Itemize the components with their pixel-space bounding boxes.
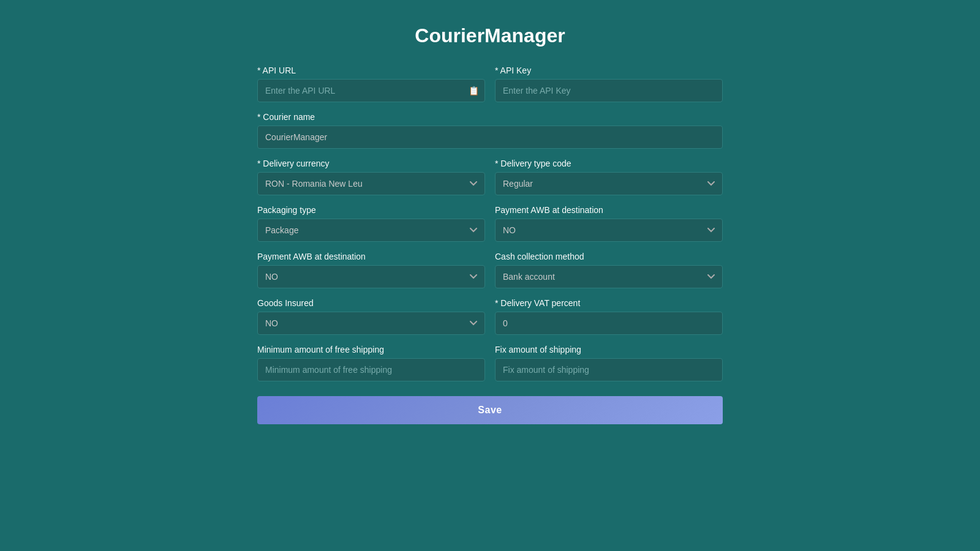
delivery-vat-group: * Delivery VAT percent 0 [495, 298, 723, 335]
packaging-type-label: Packaging type [257, 205, 485, 215]
api-url-group: * API URL 📋 [257, 66, 485, 102]
api-key-label: * API Key [495, 66, 723, 75]
courier-name-group: * Courier name CourierManager [257, 112, 723, 149]
packaging-type-select[interactable]: Package Envelope [257, 219, 485, 242]
main-form: * API URL 📋 * API Key * Courier name Cou… [257, 66, 723, 424]
save-button[interactable]: Save [257, 396, 723, 424]
api-key-input[interactable] [495, 79, 723, 102]
courier-name-label: * Courier name [257, 112, 723, 122]
cash-collection-label: Cash collection method [495, 252, 723, 261]
delivery-type-code-label: * Delivery type code [495, 159, 723, 168]
delivery-currency-group: * Delivery currency RON - Romania New Le… [257, 159, 485, 195]
min-free-shipping-group: Minimum amount of free shipping [257, 345, 485, 381]
payment-awb-dest-label: Payment AWB at destination [495, 205, 723, 215]
delivery-vat-label: * Delivery VAT percent [495, 298, 723, 308]
packaging-type-group: Packaging type Package Envelope [257, 205, 485, 242]
calendar-icon: 📋 [469, 86, 479, 96]
cash-collection-select[interactable]: Bank account Cash on delivery [495, 265, 723, 288]
goods-insured-group: Goods Insured NO YES [257, 298, 485, 335]
min-free-shipping-input[interactable] [257, 358, 485, 381]
payment-awb-dest-select[interactable]: NO YES [495, 219, 723, 242]
cash-collection-group: Cash collection method Bank account Cash… [495, 252, 723, 288]
delivery-currency-label: * Delivery currency [257, 159, 485, 168]
api-url-input[interactable] [257, 79, 485, 102]
goods-insured-label: Goods Insured [257, 298, 485, 308]
fix-shipping-group: Fix amount of shipping [495, 345, 723, 381]
payment-awb-dest-group: Payment AWB at destination NO YES [495, 205, 723, 242]
min-free-shipping-label: Minimum amount of free shipping [257, 345, 485, 354]
payment-awb-dest2-group: Payment AWB at destination NO YES [257, 252, 485, 288]
delivery-vat-input[interactable]: 0 [495, 312, 723, 335]
fix-shipping-input[interactable] [495, 358, 723, 381]
payment-awb-dest2-select[interactable]: NO YES [257, 265, 485, 288]
delivery-type-code-group: * Delivery type code Regular Express [495, 159, 723, 195]
delivery-type-code-select[interactable]: Regular Express [495, 172, 723, 195]
api-url-label: * API URL [257, 66, 485, 75]
delivery-currency-select[interactable]: RON - Romania New Leu EUR - Euro USD - U… [257, 172, 485, 195]
courier-name-input[interactable]: CourierManager [257, 126, 723, 149]
api-key-group: * API Key [495, 66, 723, 102]
fix-shipping-label: Fix amount of shipping [495, 345, 723, 354]
payment-awb-dest2-label: Payment AWB at destination [257, 252, 485, 261]
page-title: CourierManager [257, 24, 723, 47]
goods-insured-select[interactable]: NO YES [257, 312, 485, 335]
save-button-group: Save [257, 391, 723, 424]
